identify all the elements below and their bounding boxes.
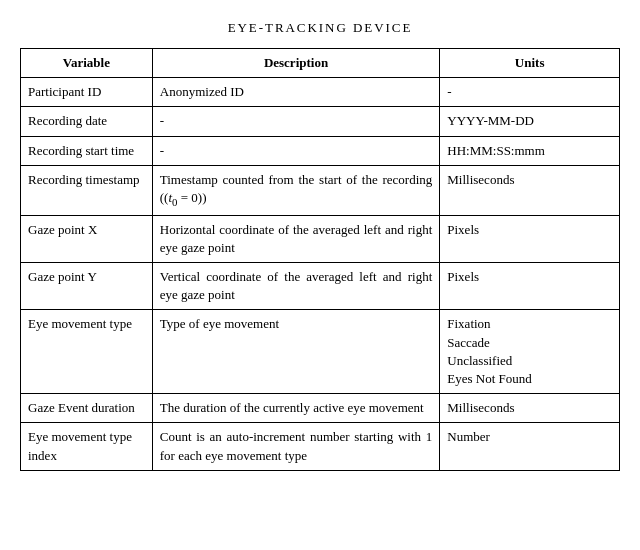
cell-variable: Recording timestamp [21,165,153,215]
cell-units: FixationSaccadeUnclassifiedEyes Not Foun… [440,310,620,394]
table-row: Eye movement type indexCount is an auto-… [21,423,620,470]
table-row: Recording start time-HH:MM:SS:mmm [21,136,620,165]
header-variable: Variable [21,49,153,78]
cell-units: Pixels [440,215,620,262]
table-row: Recording date-YYYY-MM-DD [21,107,620,136]
cell-variable: Gaze point X [21,215,153,262]
header-units: Units [440,49,620,78]
table-row: Gaze point YVertical coordinate of the a… [21,263,620,310]
table-row: Gaze Event durationThe duration of the c… [21,394,620,423]
table-row: Participant IDAnonymized ID- [21,78,620,107]
cell-variable: Gaze Event duration [21,394,153,423]
cell-description: Type of eye movement [152,310,440,394]
cell-units: Pixels [440,263,620,310]
cell-units: - [440,78,620,107]
cell-description: - [152,107,440,136]
cell-units: Milliseconds [440,165,620,215]
cell-units: Number [440,423,620,470]
table-header-row: Variable Description Units [21,49,620,78]
page-title: Eye-Tracking Device [228,20,413,36]
cell-variable: Participant ID [21,78,153,107]
cell-variable: Eye movement type [21,310,153,394]
cell-description: Vertical coordinate of the averaged left… [152,263,440,310]
table-row: Gaze point XHorizontal coordinate of the… [21,215,620,262]
cell-units: Milliseconds [440,394,620,423]
cell-variable: Recording date [21,107,153,136]
cell-description: Count is an auto-increment number starti… [152,423,440,470]
cell-variable: Eye movement type index [21,423,153,470]
table-row: Recording timestampTimestamp counted fro… [21,165,620,215]
cell-description: - [152,136,440,165]
cell-description: The duration of the currently active eye… [152,394,440,423]
cell-variable: Recording start time [21,136,153,165]
cell-units: YYYY-MM-DD [440,107,620,136]
cell-description: Timestamp counted from the start of the … [152,165,440,215]
cell-description: Horizontal coordinate of the averaged le… [152,215,440,262]
table-row: Eye movement typeType of eye movementFix… [21,310,620,394]
cell-units: HH:MM:SS:mmm [440,136,620,165]
cell-description: Anonymized ID [152,78,440,107]
data-table: Variable Description Units Participant I… [20,48,620,471]
header-description: Description [152,49,440,78]
cell-variable: Gaze point Y [21,263,153,310]
